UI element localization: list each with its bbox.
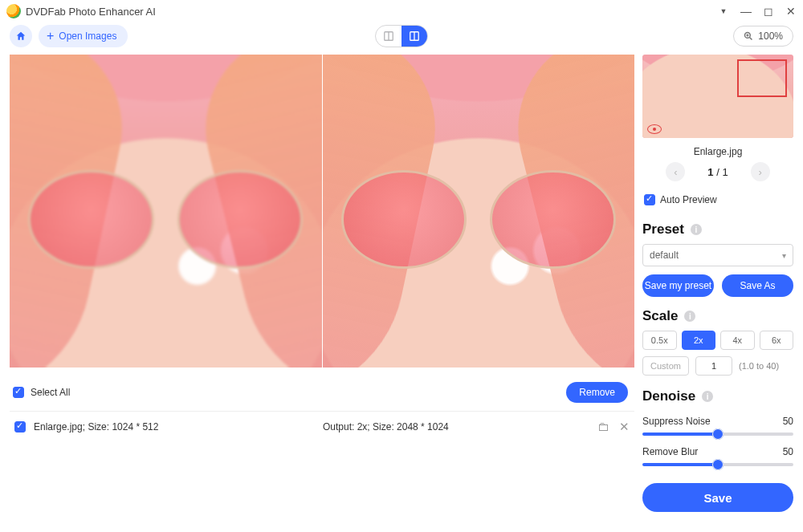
roi-box[interactable] xyxy=(737,59,787,97)
auto-preview-label: Auto Preview xyxy=(660,194,717,205)
file-list-header: Select All Remove xyxy=(10,379,634,411)
info-icon[interactable]: i xyxy=(684,311,695,322)
thumbnail[interactable] xyxy=(642,55,793,138)
view-single-button[interactable] xyxy=(376,26,402,47)
row-remove-icon[interactable]: ✕ xyxy=(619,420,630,434)
view-split-button[interactable] xyxy=(402,26,427,47)
toolbar: + Open Images 100% xyxy=(0,22,803,50)
info-icon[interactable]: i xyxy=(702,391,713,402)
remove-blur-slider[interactable] xyxy=(642,457,793,472)
scale-6x[interactable]: 6x xyxy=(760,331,794,350)
preset-select[interactable]: default ▾ xyxy=(642,244,793,266)
pager-label: 1 / 1 xyxy=(707,166,728,178)
save-button[interactable]: Save xyxy=(642,483,793,512)
suppress-noise-slider[interactable] xyxy=(642,427,793,441)
file-list: Select All Remove Enlarge.jpg; Size: 102… xyxy=(10,368,634,442)
scale-options: 0.5x 2x 4x 6x xyxy=(642,331,793,350)
suppress-noise-row: Suppress Noise 50 xyxy=(642,411,793,427)
pager-next[interactable]: › xyxy=(751,162,770,181)
scale-0-5x[interactable]: 0.5x xyxy=(642,331,677,350)
window-controls: ▼ — ◻ ✕ xyxy=(718,6,797,17)
app-title: DVDFab Photo Enhancer AI xyxy=(26,6,156,18)
remove-blur-row: Remove Blur 50 xyxy=(642,441,793,457)
table-row[interactable]: Enlarge.jpg; Size: 1024 * 512 Output: 2x… xyxy=(10,411,634,442)
auto-preview-checkbox[interactable] xyxy=(644,194,655,205)
scale-custom-row: Custom (1.0 to 40) xyxy=(642,356,793,376)
scale-title: Scale i xyxy=(642,302,793,331)
home-button[interactable] xyxy=(10,25,32,47)
chevron-down-icon: ▾ xyxy=(782,251,786,260)
left-pane: Select All Remove Enlarge.jpg; Size: 102… xyxy=(0,50,634,532)
open-images-button[interactable]: + Open Images xyxy=(39,25,128,47)
save-as-button[interactable]: Save As xyxy=(722,274,793,297)
scale-custom-label: Custom xyxy=(642,356,689,376)
auto-preview-row: Auto Preview xyxy=(642,188,793,215)
pager-prev[interactable]: ‹ xyxy=(666,162,685,181)
denoise-title: Denoise i xyxy=(642,382,793,411)
svg-line-5 xyxy=(750,38,752,40)
pager: ‹ 1 / 1 › xyxy=(642,162,793,188)
select-all-label: Select All xyxy=(31,387,560,398)
scale-4x[interactable]: 4x xyxy=(720,331,755,350)
row-checkbox[interactable] xyxy=(14,421,26,433)
app-logo-icon xyxy=(6,4,21,18)
plus-icon: + xyxy=(47,30,54,43)
maximize-icon[interactable]: ◻ xyxy=(763,6,774,17)
content: Select All Remove Enlarge.jpg; Size: 102… xyxy=(0,50,803,532)
close-icon[interactable]: ✕ xyxy=(785,6,797,17)
select-all-checkbox[interactable] xyxy=(13,387,24,398)
open-folder-icon[interactable]: 🗀 xyxy=(597,420,609,434)
eye-icon[interactable] xyxy=(647,124,662,134)
magnifier-icon xyxy=(744,31,753,41)
zoom-label: 100% xyxy=(758,30,783,42)
open-images-label: Open Images xyxy=(59,30,116,42)
title-bar: DVDFab Photo Enhancer AI ▼ — ◻ ✕ xyxy=(0,0,803,22)
home-icon xyxy=(15,30,26,42)
preset-title: Preset i xyxy=(642,215,793,244)
minimize-icon[interactable]: — xyxy=(740,6,752,17)
compare-view xyxy=(10,55,634,368)
enhanced-image[interactable] xyxy=(323,55,635,368)
scale-range-hint: (1.0 to 40) xyxy=(739,361,779,371)
dropdown-menu-icon[interactable]: ▼ xyxy=(718,6,729,17)
info-icon[interactable]: i xyxy=(691,224,702,235)
original-image[interactable] xyxy=(10,55,322,368)
scale-custom-input[interactable] xyxy=(695,356,732,376)
row-filename: Enlarge.jpg; Size: 1024 * 512 xyxy=(34,421,315,433)
side-panel: Enlarge.jpg ‹ 1 / 1 › Auto Preview Prese… xyxy=(634,50,803,532)
scale-2x[interactable]: 2x xyxy=(682,331,716,350)
row-output: Output: 2x; Size: 2048 * 1024 xyxy=(323,421,589,433)
view-toggle xyxy=(375,25,428,47)
save-my-preset-button[interactable]: Save my preset xyxy=(642,274,714,297)
remove-button[interactable]: Remove xyxy=(566,382,628,403)
zoom-control[interactable]: 100% xyxy=(733,26,793,47)
thumbnail-filename: Enlarge.jpg xyxy=(642,138,793,162)
